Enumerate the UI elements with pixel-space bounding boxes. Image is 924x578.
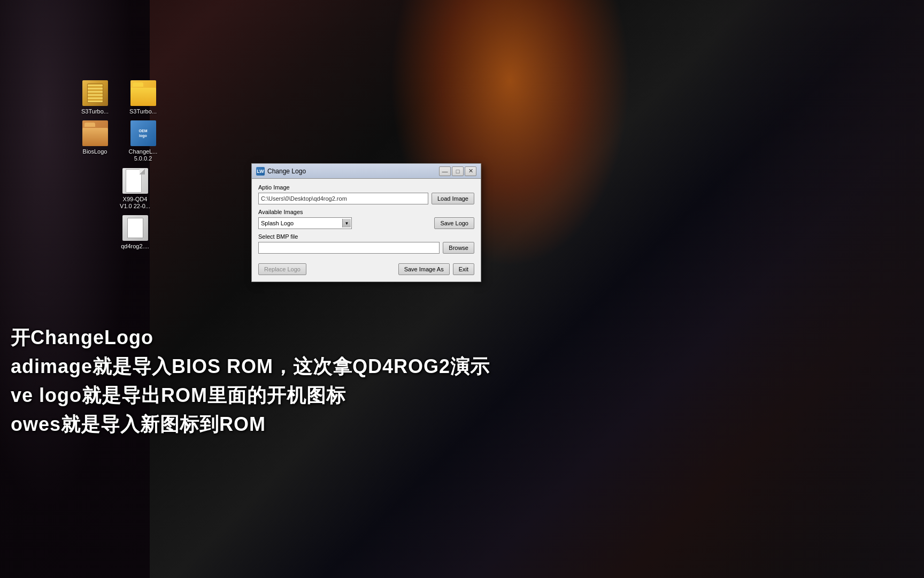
dialog-overlay: LW Change Logo — □ ✕ Aptio Image Load Im… bbox=[0, 0, 924, 578]
aptio-image-row: Load Image bbox=[258, 193, 474, 204]
change-logo-dialog: LW Change Logo — □ ✕ Aptio Image Load Im… bbox=[251, 163, 481, 282]
dialog-app-icon: LW bbox=[256, 167, 265, 176]
save-logo-button[interactable]: Save Logo bbox=[434, 217, 474, 229]
dialog-footer-left: Replace Logo bbox=[258, 263, 306, 275]
close-button[interactable]: ✕ bbox=[465, 166, 476, 176]
maximize-button[interactable]: □ bbox=[452, 166, 464, 176]
bmp-row: Browse bbox=[258, 242, 474, 254]
available-images-label: Available Images bbox=[258, 209, 474, 215]
browse-button[interactable]: Browse bbox=[443, 242, 474, 254]
minimize-button[interactable]: — bbox=[439, 166, 451, 176]
dialog-title-left: LW Change Logo bbox=[256, 167, 306, 176]
select-bmp-label: Select BMP file bbox=[258, 233, 474, 240]
dialog-window-controls: — □ ✕ bbox=[439, 166, 476, 176]
available-images-row: Splash Logo ▼ Save Logo bbox=[258, 217, 474, 229]
image-select-wrapper: Splash Logo ▼ bbox=[258, 217, 352, 229]
exit-button[interactable]: Exit bbox=[453, 263, 474, 275]
replace-logo-button[interactable]: Replace Logo bbox=[258, 263, 306, 275]
save-image-as-button[interactable]: Save Image As bbox=[398, 263, 450, 275]
dialog-body: Aptio Image Load Image Available Images … bbox=[252, 179, 481, 282]
dialog-footer-right: Save Image As Exit bbox=[398, 263, 474, 275]
aptio-image-label: Aptio Image bbox=[258, 184, 474, 191]
dialog-title-text: Change Logo bbox=[267, 168, 306, 175]
bmp-file-input[interactable] bbox=[258, 242, 440, 254]
dialog-titlebar: LW Change Logo — □ ✕ bbox=[252, 164, 481, 179]
load-image-button[interactable]: Load Image bbox=[432, 193, 474, 204]
image-select[interactable]: Splash Logo bbox=[258, 217, 352, 229]
aptio-image-input[interactable] bbox=[258, 193, 428, 204]
dialog-footer: Replace Logo Save Image As Exit bbox=[258, 259, 474, 275]
